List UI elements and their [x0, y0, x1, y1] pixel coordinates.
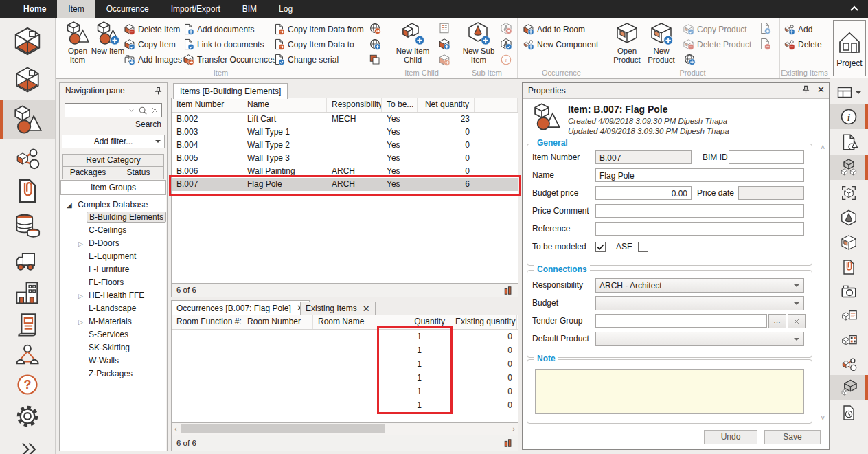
nav-tab-packages[interactable]: Packages [62, 166, 113, 179]
responsibility-select[interactable]: ARCH - Architect [595, 278, 804, 293]
tree-item[interactable]: ▷ F-Furniture [60, 264, 166, 277]
price-comment-field[interactable] [595, 204, 804, 218]
room-data-icon[interactable] [0, 62, 55, 98]
default-product-select[interactable] [595, 332, 804, 346]
classification-icon[interactable] [830, 305, 868, 328]
product-page-add-icon[interactable] [758, 21, 772, 35]
finance-icon[interactable] [0, 207, 55, 242]
tree-root-complex-database[interactable]: ◢ Complex Database [60, 198, 166, 212]
item-number-field[interactable]: B.007 [595, 150, 692, 164]
reference-field[interactable] [595, 222, 804, 236]
documents-icon[interactable] [0, 173, 55, 209]
col-room-number[interactable]: Room Number [242, 315, 313, 329]
occurrences-tab[interactable]: Occurrences [B.007: Flag Pole] ✕ [171, 300, 310, 315]
item-row[interactable]: B.005 Wall Type 3 Yes 0 [172, 152, 518, 165]
close-icon[interactable]: ✕ [363, 304, 370, 313]
tree-item[interactable]: ▷ Z-Packages [60, 368, 166, 381]
tree-item[interactable]: ▷ W-Walls [60, 355, 166, 368]
occurrence-row[interactable]: 1 0 [172, 371, 518, 385]
log-history-icon[interactable] [830, 401, 868, 424]
open-item-button[interactable]: Open Item [60, 21, 95, 65]
col-to-be[interactable]: To be... [382, 98, 418, 112]
add-documents-button[interactable]: Add documents [183, 22, 254, 36]
reports-icon[interactable] [0, 308, 55, 342]
ase-checkbox[interactable] [638, 242, 648, 252]
layout-icon[interactable] [830, 82, 868, 103]
chevron-down-icon[interactable] [128, 107, 135, 113]
items-tab[interactable]: Items [B-Building Elements] [173, 83, 288, 99]
transfer-occurrences-button[interactable]: Transfer Occurrences [183, 52, 277, 67]
search-link[interactable]: Search [135, 120, 161, 129]
mapping-icon[interactable] [830, 330, 868, 353]
existing-add-button[interactable]: Add [784, 22, 812, 36]
items-icon[interactable] [0, 100, 55, 139]
tree-item[interactable]: ▷ B-Building Elements [60, 212, 166, 225]
horizontal-scrollbar[interactable]: ‹ › [171, 423, 518, 435]
contacts-icon[interactable] [0, 339, 55, 371]
delete-item-button[interactable]: Delete Item [124, 22, 180, 36]
help-icon[interactable] [0, 370, 55, 400]
camera-icon[interactable] [830, 280, 868, 304]
chevron-up-icon[interactable] [849, 3, 860, 14]
occurrence-row[interactable]: 1 0 [172, 343, 518, 357]
search-icon[interactable] [138, 106, 148, 115]
add-filter-dropdown[interactable]: Add filter... [62, 135, 165, 148]
components-icon[interactable] [830, 155, 868, 180]
search-input[interactable] [65, 103, 162, 117]
tab-import-export[interactable]: Import/Export [160, 0, 231, 18]
delete-product-button[interactable]: Delete Product [683, 37, 751, 52]
tender-group-browse-button[interactable]: ... [768, 314, 786, 328]
settings-icon[interactable] [0, 400, 55, 433]
occurrences-icon[interactable] [0, 141, 55, 176]
item-sheet-icon[interactable] [830, 130, 868, 154]
undo-button[interactable]: Undo [704, 430, 757, 444]
room-icon[interactable] [0, 23, 55, 59]
tree-item[interactable]: ▷ S-Services [60, 329, 166, 342]
copy-item-button[interactable]: Copy Item [124, 37, 176, 52]
link-documents-button[interactable]: Link to documents [183, 37, 264, 52]
tab-item[interactable]: Item [57, 0, 95, 18]
occurrence-row[interactable]: 1 0 [172, 357, 518, 371]
attachment-icon[interactable] [830, 256, 868, 279]
item-row[interactable]: B.004 Wall Type 2 Yes 0 [172, 139, 518, 152]
tab-occurrence[interactable]: Occurrence [95, 0, 160, 18]
collapse-arrow-icon[interactable]: ◢ [67, 198, 76, 212]
budget-select[interactable] [595, 296, 804, 310]
project-button[interactable]: Project [833, 20, 866, 76]
web-export-icon[interactable] [368, 21, 382, 35]
nav-tab-revit-category[interactable]: Revit Category [62, 154, 164, 167]
tree-item[interactable]: ▷ L-Landscape [60, 303, 166, 316]
product-page-remove-icon[interactable] [758, 37, 772, 51]
info-icon[interactable] [830, 104, 868, 129]
rotate-3d-icon[interactable] [830, 181, 868, 205]
child-add-icon[interactable] [437, 37, 451, 51]
item-row[interactable]: B.002 Lift Cart MECH Yes 23 [172, 113, 518, 126]
name-field[interactable]: Flag Pole [595, 168, 804, 182]
col-quantity[interactable]: Quantity [385, 315, 450, 329]
scroll-right-icon[interactable]: › [512, 424, 515, 433]
add-to-room-button[interactable]: Add to Room [523, 22, 585, 36]
tree-item[interactable]: ▷ E-Equipment [60, 251, 166, 264]
item-row[interactable]: B.003 Wall Type 1 Yes 0 [172, 126, 518, 139]
tab-log[interactable]: Log [268, 0, 304, 18]
web-link-icon[interactable] [368, 37, 382, 51]
structure-icon[interactable] [830, 375, 868, 400]
child-list-icon[interactable] [437, 21, 451, 35]
col-room-function[interactable]: Room Function #: [172, 315, 242, 329]
tree-item[interactable]: ▷ SK-Skirting [60, 342, 166, 355]
tender-group-field[interactable] [595, 314, 767, 328]
tree-item[interactable]: ▷ M-Materials [60, 316, 166, 329]
close-icon[interactable]: ✕ [817, 85, 825, 94]
col-item-number[interactable]: Item Number [172, 98, 242, 112]
item-row[interactable]: B.006 Wall Painting ARCH Yes 0 [172, 165, 518, 178]
tender-group-clear-button[interactable] [788, 314, 806, 328]
col-room-name[interactable]: Room Name [313, 315, 385, 329]
columns-icon[interactable] [503, 286, 513, 295]
bim-object-icon[interactable] [830, 206, 868, 229]
note-textarea[interactable] [535, 369, 804, 414]
existing-items-tab[interactable]: Existing Items ✕ [300, 302, 376, 315]
budget-price-field[interactable]: 0.00 [595, 186, 692, 200]
new-product-button[interactable]: New Product [646, 21, 677, 65]
logistics-icon[interactable] [0, 243, 55, 277]
expand-icon[interactable] [0, 434, 55, 454]
